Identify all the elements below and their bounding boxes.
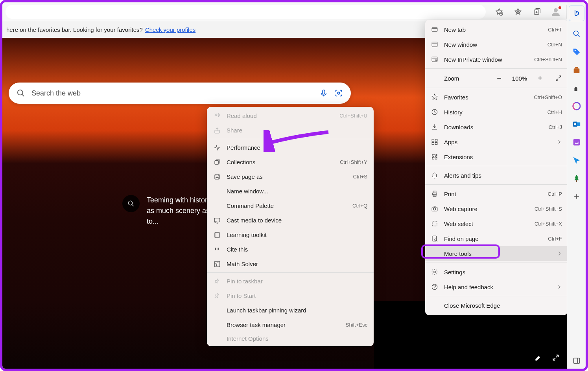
svg-rect-18 (432, 57, 437, 62)
svg-point-42 (574, 123, 576, 125)
svg-rect-29 (432, 221, 437, 226)
share-item: Share (207, 123, 374, 138)
command-palette-item[interactable]: Command Palette Ctrl+Q (207, 198, 374, 213)
save-icon (213, 173, 221, 181)
extensions-item[interactable]: Extensions (425, 149, 568, 164)
svg-rect-45 (573, 358, 579, 363)
image-creator-icon[interactable] (569, 134, 584, 150)
add-favorite-icon[interactable] (490, 4, 508, 20)
pin-icon (213, 277, 221, 285)
collections-icon[interactable] (528, 4, 546, 20)
book-icon (213, 231, 221, 239)
tree-icon[interactable] (569, 171, 584, 186)
svg-rect-22 (432, 143, 434, 145)
performance-icon (213, 144, 221, 152)
history-item[interactable]: History Ctrl+H (425, 105, 568, 119)
download-icon (431, 123, 439, 131)
search-placeholder: Search the web (31, 89, 319, 97)
find-on-page-item[interactable]: Find on page Ctrl+F (425, 231, 568, 246)
chevron-right-icon (557, 251, 562, 256)
svg-point-31 (435, 239, 437, 241)
downloads-item[interactable]: Downloads Ctrl+J (425, 119, 568, 134)
close-edge-item[interactable]: Close Microsoft Edge (425, 298, 568, 313)
cite-this-item[interactable]: Cite this (207, 242, 374, 257)
web-capture-item[interactable]: Web capture Ctrl+Shift+S (425, 201, 568, 216)
quote-icon (213, 246, 221, 253)
svg-rect-11 (215, 160, 219, 164)
check-profiles-link[interactable]: Check your profiles (145, 26, 195, 33)
share-icon (213, 127, 221, 134)
m365-icon[interactable] (569, 98, 584, 114)
svg-point-35 (574, 50, 575, 51)
favorites-icon[interactable] (509, 4, 527, 20)
edit-icon[interactable] (535, 354, 542, 362)
math-solver-item[interactable]: Math Solver (207, 257, 374, 271)
svg-point-9 (128, 201, 133, 205)
cast-media-item[interactable]: Cast media to device (207, 213, 374, 228)
save-page-item[interactable]: Save page as Ctrl+S (207, 169, 374, 184)
svg-rect-21 (435, 139, 437, 141)
tools-icon[interactable] (569, 62, 584, 78)
add-sidebar-icon[interactable] (569, 189, 584, 204)
svg-point-6 (18, 90, 23, 95)
voice-search-icon[interactable] (319, 89, 328, 97)
zoom-in-button[interactable]: + (535, 74, 546, 83)
fullscreen-button[interactable] (555, 75, 562, 82)
profile-icon[interactable] (547, 4, 564, 20)
svg-rect-17 (432, 42, 437, 47)
print-item[interactable]: Print Ctrl+P (425, 186, 568, 201)
svg-point-28 (433, 208, 436, 210)
collections-icon (213, 158, 221, 166)
window-icon (431, 40, 439, 48)
collections-item[interactable]: Collections Ctrl+Shift+Y (207, 155, 374, 169)
svg-rect-43 (573, 139, 580, 146)
favorites-item[interactable]: Favorites Ctrl+Shift+O (425, 90, 568, 105)
svg-rect-12 (215, 174, 219, 179)
apps-item[interactable]: Apps (425, 134, 568, 149)
address-bar[interactable] (6, 5, 486, 19)
outlook-icon[interactable] (569, 116, 584, 132)
alerts-item[interactable]: Alerts and tips (425, 168, 568, 183)
pin-icon (213, 292, 221, 300)
svg-rect-36 (573, 68, 579, 73)
learning-toolkit-item[interactable]: Learning toolkit (207, 228, 374, 242)
web-select-item[interactable]: Web select Ctrl+Shift+X (425, 216, 568, 231)
svg-rect-13 (214, 218, 220, 222)
cast-icon (213, 217, 221, 224)
more-tools-submenu: Read aloud Ctrl+Shift+U Share Performanc… (207, 107, 374, 346)
games-icon[interactable] (569, 80, 584, 96)
svg-rect-14 (215, 232, 219, 238)
settings-item[interactable]: Settings (425, 264, 568, 279)
internet-options-item: Internet Options (207, 332, 374, 345)
new-inprivate-item[interactable]: New InPrivate window Ctrl+Shift+N (425, 52, 568, 67)
zoom-value: 100% (510, 75, 529, 82)
favorites-bar-text: here on the favorites bar. Looking for y… (6, 26, 143, 33)
performance-item[interactable]: Performance (207, 140, 374, 155)
name-window-item[interactable]: Name window... (207, 184, 374, 198)
bell-icon (431, 171, 439, 179)
bing-chat-icon[interactable] (569, 6, 584, 21)
svg-rect-37 (575, 67, 578, 69)
help-icon (431, 283, 439, 291)
more-tools-item[interactable]: More tools (425, 246, 568, 261)
svg-rect-44 (576, 180, 577, 182)
drop-icon[interactable] (569, 152, 584, 168)
svg-point-32 (434, 271, 436, 273)
sidebar-settings-icon[interactable] (569, 353, 584, 369)
search-bar[interactable]: Search the web (9, 83, 351, 104)
new-window-item[interactable]: New window Ctrl+N (425, 37, 568, 52)
image-search-icon[interactable] (334, 89, 343, 97)
help-item[interactable]: Help and feedback (425, 279, 568, 294)
search-sidebar-icon[interactable] (569, 26, 584, 42)
math-icon (213, 260, 221, 268)
expand-icon[interactable] (552, 354, 560, 362)
new-tab-item[interactable]: New tab Ctrl+T (425, 22, 568, 37)
zoom-out-button[interactable]: − (494, 74, 505, 83)
shopping-tag-icon[interactable] (569, 44, 584, 60)
caption-search-icon[interactable] (122, 195, 140, 212)
read-aloud-icon (213, 112, 221, 120)
puzzle-icon (431, 153, 439, 161)
task-manager-item[interactable]: Browser task manager Shift+Esc (207, 318, 374, 332)
svg-rect-20 (432, 139, 434, 141)
launch-pinning-wizard-item[interactable]: Launch taskbar pinning wizard (207, 303, 374, 318)
